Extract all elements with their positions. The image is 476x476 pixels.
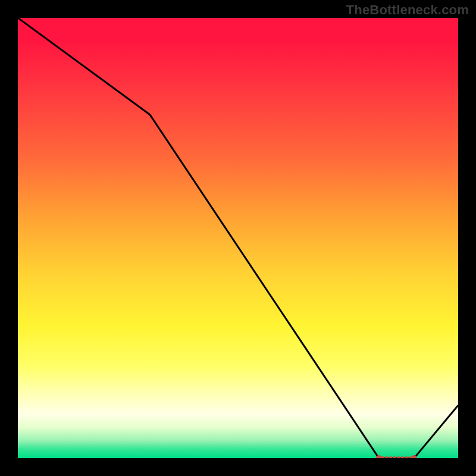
svg-point-9 (408, 456, 412, 458)
svg-point-7 (400, 456, 404, 458)
svg-point-2 (381, 456, 384, 458)
svg-point-5 (393, 456, 396, 458)
svg-point-4 (389, 456, 393, 458)
chart-container: TheBottleneck.com (0, 0, 476, 476)
line-plot (18, 18, 458, 458)
watermark-text: TheBottleneck.com (346, 2, 469, 18)
svg-point-3 (385, 456, 389, 458)
svg-point-8 (405, 456, 408, 458)
bottleneck-curve-line (18, 18, 458, 458)
svg-point-6 (397, 456, 400, 458)
